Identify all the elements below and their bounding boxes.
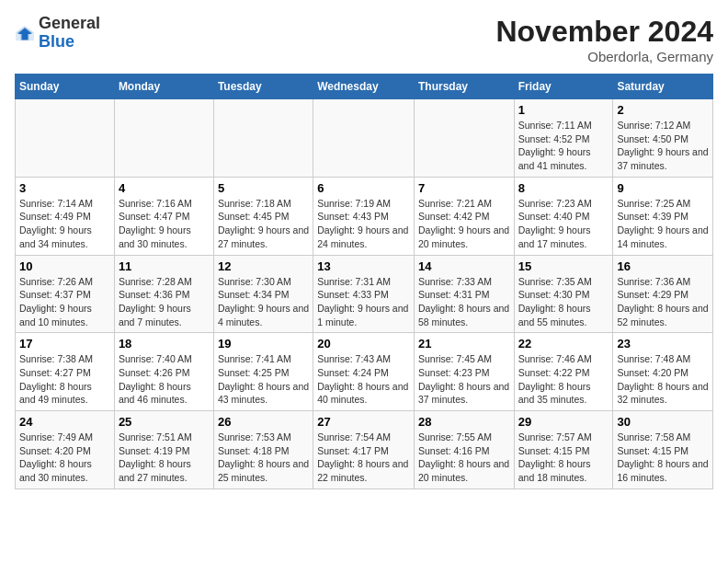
calendar-cell	[213, 99, 313, 178]
day-number: 27	[317, 415, 410, 429]
day-number: 3	[19, 181, 110, 195]
day-number: 30	[617, 415, 709, 429]
logo: General Blue	[15, 15, 100, 52]
calendar-cell: 8Sunrise: 7:23 AM Sunset: 4:40 PM Daylig…	[514, 177, 613, 255]
calendar-header: SundayMondayTuesdayWednesdayThursdayFrid…	[16, 75, 713, 99]
calendar-cell: 25Sunrise: 7:51 AM Sunset: 4:19 PM Dayli…	[114, 411, 213, 489]
title-block: November 2024 Oberdorla, Germany	[495, 15, 713, 64]
calendar-cell: 23Sunrise: 7:48 AM Sunset: 4:20 PM Dayli…	[613, 333, 713, 411]
week-row-2: 10Sunrise: 7:26 AM Sunset: 4:37 PM Dayli…	[16, 255, 713, 333]
calendar-cell: 26Sunrise: 7:53 AM Sunset: 4:18 PM Dayli…	[213, 411, 313, 489]
day-info: Sunrise: 7:43 AM Sunset: 4:24 PM Dayligh…	[317, 352, 410, 407]
day-info: Sunrise: 7:18 AM Sunset: 4:45 PM Dayligh…	[218, 197, 309, 251]
weekday-header-wednesday: Wednesday	[313, 75, 415, 99]
day-number: 1	[518, 103, 609, 117]
calendar-cell: 7Sunrise: 7:21 AM Sunset: 4:42 PM Daylig…	[414, 177, 514, 255]
day-number: 2	[617, 103, 709, 117]
calendar-body: 1Sunrise: 7:11 AM Sunset: 4:52 PM Daylig…	[16, 99, 713, 489]
day-info: Sunrise: 7:41 AM Sunset: 4:25 PM Dayligh…	[218, 352, 309, 407]
day-info: Sunrise: 7:23 AM Sunset: 4:40 PM Dayligh…	[518, 197, 609, 251]
day-number: 5	[218, 181, 309, 195]
calendar-cell: 2Sunrise: 7:12 AM Sunset: 4:50 PM Daylig…	[613, 99, 713, 178]
day-number: 23	[617, 337, 709, 350]
calendar-table: SundayMondayTuesdayWednesdayThursdayFrid…	[15, 74, 713, 489]
calendar-cell: 4Sunrise: 7:16 AM Sunset: 4:47 PM Daylig…	[114, 177, 213, 255]
day-info: Sunrise: 7:30 AM Sunset: 4:34 PM Dayligh…	[218, 275, 309, 329]
calendar-cell: 16Sunrise: 7:36 AM Sunset: 4:29 PM Dayli…	[613, 255, 713, 333]
calendar-cell: 3Sunrise: 7:14 AM Sunset: 4:49 PM Daylig…	[16, 177, 115, 255]
day-info: Sunrise: 7:51 AM Sunset: 4:19 PM Dayligh…	[119, 431, 210, 485]
day-info: Sunrise: 7:26 AM Sunset: 4:37 PM Dayligh…	[19, 275, 110, 329]
week-row-1: 3Sunrise: 7:14 AM Sunset: 4:49 PM Daylig…	[16, 177, 713, 255]
calendar-cell: 14Sunrise: 7:33 AM Sunset: 4:31 PM Dayli…	[414, 255, 514, 333]
day-info: Sunrise: 7:19 AM Sunset: 4:43 PM Dayligh…	[317, 197, 410, 251]
calendar-cell: 24Sunrise: 7:49 AM Sunset: 4:20 PM Dayli…	[16, 411, 115, 489]
day-info: Sunrise: 7:46 AM Sunset: 4:22 PM Dayligh…	[518, 352, 609, 407]
day-number: 4	[119, 181, 210, 195]
calendar-cell: 5Sunrise: 7:18 AM Sunset: 4:45 PM Daylig…	[213, 177, 313, 255]
calendar-cell: 1Sunrise: 7:11 AM Sunset: 4:52 PM Daylig…	[514, 99, 613, 178]
weekday-header-thursday: Thursday	[414, 75, 514, 99]
day-number: 14	[418, 259, 510, 273]
week-row-4: 24Sunrise: 7:49 AM Sunset: 4:20 PM Dayli…	[16, 411, 713, 489]
day-number: 11	[119, 259, 210, 273]
page-subtitle: Oberdorla, Germany	[495, 49, 713, 64]
weekday-header-saturday: Saturday	[613, 75, 713, 99]
day-number: 8	[518, 181, 609, 195]
day-number: 12	[218, 259, 309, 273]
calendar-cell: 29Sunrise: 7:57 AM Sunset: 4:15 PM Dayli…	[514, 411, 613, 489]
week-row-3: 17Sunrise: 7:38 AM Sunset: 4:27 PM Dayli…	[16, 333, 713, 411]
day-info: Sunrise: 7:25 AM Sunset: 4:39 PM Dayligh…	[617, 197, 709, 251]
day-info: Sunrise: 7:14 AM Sunset: 4:49 PM Dayligh…	[19, 197, 110, 251]
calendar-cell: 10Sunrise: 7:26 AM Sunset: 4:37 PM Dayli…	[16, 255, 115, 333]
day-info: Sunrise: 7:12 AM Sunset: 4:50 PM Dayligh…	[617, 119, 709, 173]
day-number: 22	[518, 337, 609, 350]
weekday-header-sunday: Sunday	[16, 75, 115, 99]
logo-icon	[15, 23, 35, 43]
day-info: Sunrise: 7:53 AM Sunset: 4:18 PM Dayligh…	[218, 431, 309, 485]
calendar-cell	[114, 99, 213, 178]
calendar-cell: 30Sunrise: 7:58 AM Sunset: 4:15 PM Dayli…	[613, 411, 713, 489]
day-info: Sunrise: 7:11 AM Sunset: 4:52 PM Dayligh…	[518, 119, 609, 173]
weekday-header-tuesday: Tuesday	[213, 75, 313, 99]
calendar-cell: 17Sunrise: 7:38 AM Sunset: 4:27 PM Dayli…	[16, 333, 115, 411]
day-info: Sunrise: 7:35 AM Sunset: 4:30 PM Dayligh…	[518, 275, 609, 329]
day-number: 15	[518, 259, 609, 273]
day-number: 18	[119, 337, 210, 350]
day-number: 19	[218, 337, 309, 350]
calendar-cell: 28Sunrise: 7:55 AM Sunset: 4:16 PM Dayli…	[414, 411, 514, 489]
weekday-header-monday: Monday	[114, 75, 213, 99]
day-info: Sunrise: 7:40 AM Sunset: 4:26 PM Dayligh…	[119, 352, 210, 407]
calendar-cell: 13Sunrise: 7:31 AM Sunset: 4:33 PM Dayli…	[313, 255, 415, 333]
calendar-cell: 11Sunrise: 7:28 AM Sunset: 4:36 PM Dayli…	[114, 255, 213, 333]
calendar-cell: 21Sunrise: 7:45 AM Sunset: 4:23 PM Dayli…	[414, 333, 514, 411]
day-number: 16	[617, 259, 709, 273]
day-number: 29	[518, 415, 609, 429]
day-number: 6	[317, 181, 410, 195]
day-number: 9	[617, 181, 709, 195]
weekday-header-row: SundayMondayTuesdayWednesdayThursdayFrid…	[16, 75, 713, 99]
week-row-0: 1Sunrise: 7:11 AM Sunset: 4:52 PM Daylig…	[16, 99, 713, 178]
day-info: Sunrise: 7:45 AM Sunset: 4:23 PM Dayligh…	[418, 352, 510, 407]
day-number: 21	[418, 337, 510, 350]
day-info: Sunrise: 7:48 AM Sunset: 4:20 PM Dayligh…	[617, 352, 709, 407]
day-info: Sunrise: 7:57 AM Sunset: 4:15 PM Dayligh…	[518, 431, 609, 485]
day-number: 26	[218, 415, 309, 429]
calendar-cell: 18Sunrise: 7:40 AM Sunset: 4:26 PM Dayli…	[114, 333, 213, 411]
calendar-cell: 9Sunrise: 7:25 AM Sunset: 4:39 PM Daylig…	[613, 177, 713, 255]
day-info: Sunrise: 7:16 AM Sunset: 4:47 PM Dayligh…	[119, 197, 210, 251]
day-info: Sunrise: 7:28 AM Sunset: 4:36 PM Dayligh…	[119, 275, 210, 329]
calendar-cell: 15Sunrise: 7:35 AM Sunset: 4:30 PM Dayli…	[514, 255, 613, 333]
day-info: Sunrise: 7:38 AM Sunset: 4:27 PM Dayligh…	[19, 352, 110, 407]
day-number: 28	[418, 415, 510, 429]
calendar-cell: 19Sunrise: 7:41 AM Sunset: 4:25 PM Dayli…	[213, 333, 313, 411]
calendar-cell	[16, 99, 115, 178]
day-number: 25	[119, 415, 210, 429]
weekday-header-friday: Friday	[514, 75, 613, 99]
day-number: 7	[418, 181, 510, 195]
day-info: Sunrise: 7:33 AM Sunset: 4:31 PM Dayligh…	[418, 275, 510, 329]
day-number: 10	[19, 259, 110, 273]
calendar-cell: 20Sunrise: 7:43 AM Sunset: 4:24 PM Dayli…	[313, 333, 415, 411]
day-info: Sunrise: 7:55 AM Sunset: 4:16 PM Dayligh…	[418, 431, 510, 485]
day-number: 20	[317, 337, 410, 350]
